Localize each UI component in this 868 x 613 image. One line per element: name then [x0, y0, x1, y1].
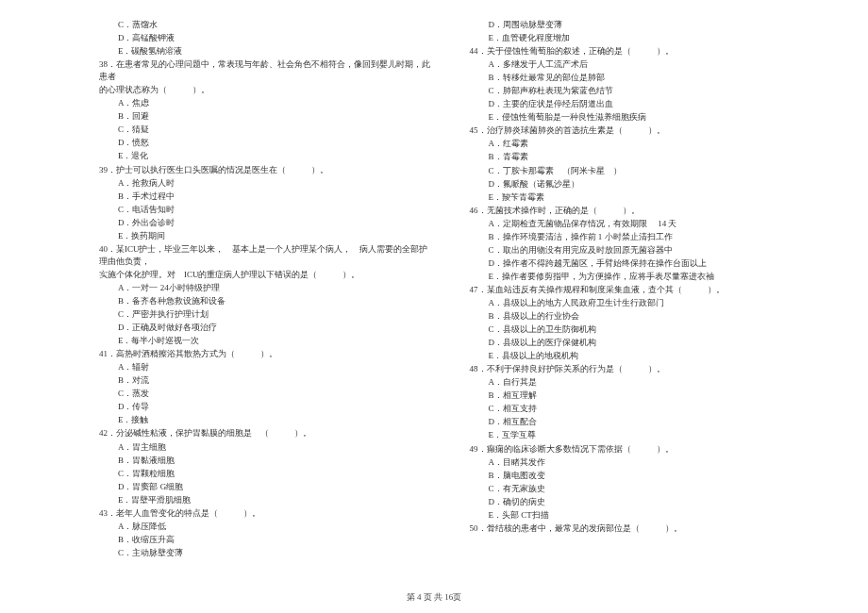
answer-option: C．蒸馏水 — [99, 19, 432, 31]
answer-option: D．外出会诊时 — [99, 217, 432, 229]
question-text: 48．不利于保持良好护际关系的行为是（ ）。 — [470, 363, 803, 375]
answer-option: D．胃窦部 G细胞 — [99, 481, 432, 493]
question-text: 45．治疗肺炎球菌肺炎的首选抗生素是（ ）。 — [470, 124, 803, 137]
answer-option: C．蒸发 — [99, 388, 432, 400]
answer-option: C．猜疑 — [99, 124, 432, 136]
answer-option: E．每半小时巡视一次 — [99, 335, 432, 347]
answer-option: A．脉压降低 — [99, 521, 432, 533]
answer-option: D．县级以上的医疗保健机构 — [470, 337, 803, 349]
question-text: 47．某血站违反有关操作规程和制度采集血液，查个其（ ）。 — [470, 284, 803, 296]
answer-option: E．血管硬化程度增加 — [470, 32, 803, 44]
answer-option: C．肺部声称杜表现为紫蓝色结节 — [470, 85, 803, 97]
answer-option: A．一对一 24小时特级护理 — [99, 282, 432, 294]
question-text: 38．在患者常见的心理问题中，常表现与年龄、社会角色不相符合，像回到婴儿时期，此… — [99, 58, 432, 83]
answer-option: D．传导 — [99, 401, 432, 413]
question-text: 实施个体化护理。对 ICU的重症病人护理以下错误的是（ ）。 — [99, 269, 432, 281]
answer-option: B．胃黏液细胞 — [99, 455, 432, 467]
answer-option: B．收缩压升高 — [99, 534, 432, 546]
answer-option: D．氟哌酸（诺氟沙星） — [470, 178, 803, 191]
question-text: 41．高热时酒精擦浴其散热方式为（ ）。 — [99, 348, 432, 360]
answer-option: E．换药期间 — [99, 230, 432, 242]
answer-option: A．多继发于人工流产术后 — [470, 58, 803, 71]
answer-option: A．红霉素 — [470, 138, 803, 150]
question-text: 44．关于侵蚀性葡萄胎的叙述，正确的是（ ）。 — [470, 45, 803, 58]
answer-option: B．回避 — [99, 110, 432, 123]
answer-option: B．县级以上的行业协会 — [470, 310, 803, 323]
question-text: 42．分泌碱性粘液，保护胃黏膜的细胞是 （ ）。 — [99, 427, 432, 439]
answer-option: C．主动脉壁变薄 — [99, 547, 432, 559]
answer-option: B．手术过程中 — [99, 191, 432, 203]
answer-option: A．自行其是 — [470, 376, 803, 389]
answer-option: D．主要的症状是停经后阴道出血 — [470, 98, 803, 110]
answer-option: D．高锰酸钾液 — [99, 32, 432, 44]
page-content: C．蒸馏水D．高锰酸钾液E．碳酸氢钠溶液38．在患者常见的心理问题中，常表现与年… — [0, 0, 868, 597]
question-text: 39．护士可以执行医生口头医嘱的情况是医生在（ ）。 — [99, 164, 432, 176]
answer-option: A．县级以上的地方人民政府卫生计生行政部门 — [470, 297, 803, 309]
answer-option: C．有无家族史 — [470, 483, 803, 495]
answer-option: E．胃壁平滑肌细胞 — [99, 494, 432, 506]
answer-option: B．青霉素 — [470, 151, 803, 163]
answer-option: B．转移灶最常见的部位是肺部 — [470, 72, 803, 84]
page-footer: 第 4 页 共 16页 — [0, 591, 868, 604]
left-column: C．蒸馏水D．高锰酸钾液E．碳酸氢钠溶液38．在患者常见的心理问题中，常表现与年… — [99, 19, 432, 559]
answer-option: B．备齐各种急救设施和设备 — [99, 295, 432, 307]
answer-option: A．焦虑 — [99, 97, 432, 109]
answer-option: E．退化 — [99, 150, 432, 162]
answer-option: D．正确及时做好各项治疗 — [99, 322, 432, 334]
answer-option: D．愤怒 — [99, 137, 432, 149]
right-column: D．周围动脉壁变薄E．血管硬化程度增加44．关于侵蚀性葡萄胎的叙述，正确的是（ … — [470, 19, 803, 559]
question-text: 40．某ICU护士，毕业三年以来， 基本上是一个人护理某个病人， 病人需要的全部… — [99, 243, 432, 268]
answer-option: B．脑电图改变 — [470, 470, 803, 482]
answer-option: C．相互支持 — [470, 403, 803, 415]
answer-option: E．侵蚀性葡萄胎是一种良性滋养细胞疾病 — [470, 111, 803, 124]
answer-option: E．县级以上的地税机构 — [470, 350, 803, 362]
answer-option: C．胃颗粒细胞 — [99, 468, 432, 480]
answer-option: A．胃主细胞 — [99, 441, 432, 454]
answer-option: C．县级以上的卫生防御机构 — [470, 323, 803, 336]
answer-option: B．操作环境要清洁，操作前 1 小时禁止清扫工作 — [470, 231, 803, 243]
answer-option: C．严密并执行护理计划 — [99, 308, 432, 321]
answer-option: E．碳酸氢钠溶液 — [99, 45, 432, 58]
answer-option: C．取出的用物没有用完应及时放回原无菌容器中 — [470, 244, 803, 257]
question-text: 43．老年人血管变化的特点是（ ）。 — [99, 507, 432, 520]
answer-option: A．辐射 — [99, 361, 432, 373]
answer-option: A．定期检查无菌物品保存情况，有效期限 14 天 — [470, 218, 803, 230]
question-text: 46．无菌技术操作时，正确的是（ ）。 — [470, 205, 803, 217]
answer-option: D．操作者不得跨越无菌区，手臂始终保持在操作台面以上 — [470, 257, 803, 270]
question-text: 49．癫痫的临床诊断大多数情况下需依据（ ）。 — [470, 443, 803, 456]
answer-option: B．对流 — [99, 374, 432, 387]
answer-option: C．电话告知时 — [99, 204, 432, 216]
answer-option: C．丁胺卡那霉素 （阿米卡星 ） — [470, 165, 803, 177]
answer-option: E．操作者要修剪指甲，为方便操作，应将手表尽量塞进衣袖 — [470, 271, 803, 283]
answer-option: D．确切的病史 — [470, 496, 803, 508]
answer-option: D．相互配合 — [470, 416, 803, 428]
answer-option: A．目睹其发作 — [470, 456, 803, 469]
answer-option: A．抢救病人时 — [99, 177, 432, 190]
question-text: 50．骨结核的患者中，最常见的发病部位是（ ）。 — [470, 522, 803, 535]
answer-option: E．羧苄青霉素 — [470, 191, 803, 204]
answer-option: E．互学互尊 — [470, 429, 803, 441]
answer-option: D．周围动脉壁变薄 — [470, 19, 803, 31]
answer-option: E．接触 — [99, 414, 432, 426]
answer-option: B．相互理解 — [470, 389, 803, 402]
answer-option: E．头部 CT扫描 — [470, 509, 803, 522]
question-text: 的心理状态称为（ ）。 — [99, 84, 432, 96]
